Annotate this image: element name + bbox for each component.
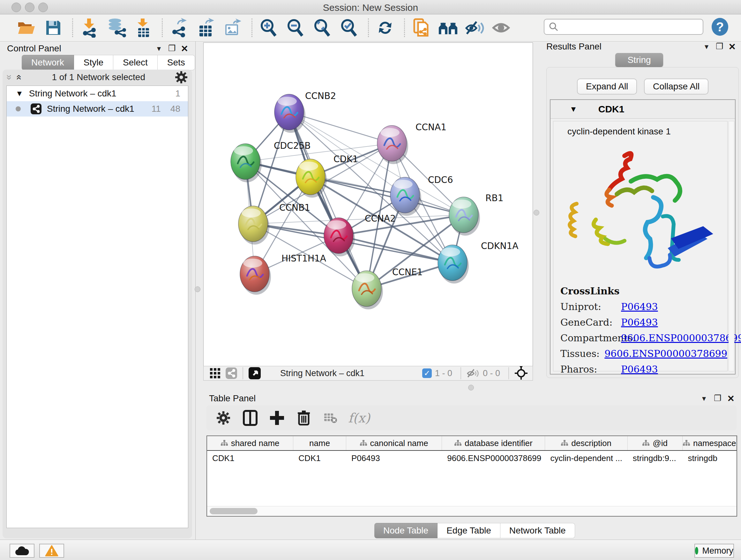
network-canvas[interactable]: CCNB2CCNA1CDC25BCDK1CDC6RB1CCNB1CCNA2CDK… [203,43,533,366]
export-image-button[interactable] [223,18,243,38]
entry-collapse-icon[interactable]: ▼ [569,105,577,114]
cloud-button[interactable] [10,544,35,558]
save-session-button[interactable] [44,18,63,38]
create-column-button[interactable] [268,409,286,427]
tab-select[interactable]: Select [113,55,158,70]
search-input[interactable] [558,22,694,32]
table-cell[interactable]: CDK1 [207,451,293,465]
network-node-ccnb2[interactable] [274,94,306,133]
import-table-button[interactable] [133,18,153,38]
right-splitter-handle[interactable] [534,210,539,215]
results-panel-close-icon[interactable]: ✕ [729,42,736,52]
column-header-canonical-name[interactable]: canonical name [346,436,442,450]
import-network-database-button[interactable] [106,18,126,38]
birdseye-view-icon[interactable] [248,367,261,380]
tab-edge-table[interactable]: Edge Table [437,523,500,538]
collapse-all-networks-icon[interactable]: « [14,75,25,80]
network-node-rb1[interactable] [449,197,480,236]
network-edge[interactable] [325,180,391,192]
import-network-file-button[interactable] [79,18,99,38]
table-row[interactable]: CDK1CDK1P064939606.ENSP00000378699cyclin… [207,451,737,465]
network-node-ccna1[interactable] [377,125,408,164]
zoom-selected-button[interactable] [339,18,359,38]
tab-network[interactable]: Network [22,55,74,70]
tab-node-table[interactable]: Node Table [374,523,437,538]
tab-string[interactable]: String [615,53,663,67]
delete-column-button[interactable] [294,409,313,427]
network-node-ccne1[interactable] [352,271,383,309]
node-entry-header[interactable]: ▼ CDK1 [550,100,735,119]
table-settings-button[interactable] [214,409,232,427]
table-cell[interactable]: CDK1 [293,451,346,465]
open-session-button[interactable] [17,18,37,38]
control-panel-maximize-icon[interactable]: ❐ [168,44,176,53]
network-node-cdk1[interactable] [296,159,327,198]
expand-all-button[interactable]: Expand All [577,78,637,95]
table-panel-float-icon[interactable]: ▾ [702,394,706,403]
network-tree-child-row[interactable]: String Network – cdk1 11 48 [7,101,188,117]
network-node-ccnb1[interactable] [239,206,269,245]
table-panel-close-icon[interactable]: ✕ [727,393,735,404]
crosslink-value-link[interactable]: 9606.ENSP00000378699 [604,348,727,359]
crosslink-value-link[interactable]: P06493 [621,364,658,375]
table-cell[interactable]: stringdb [683,451,737,465]
warnings-button[interactable] [39,544,64,558]
help-button[interactable]: ? [712,18,728,36]
search-box[interactable] [544,19,703,35]
memory-button[interactable]: Memory [694,544,734,558]
tab-network-table[interactable]: Network Table [500,523,575,538]
control-panel-close-icon[interactable]: ✕ [181,44,188,54]
delete-table-button[interactable] [321,409,340,427]
network-edge[interactable] [302,119,451,207]
selected-nodes-checkbox-icon[interactable]: ✓ [422,368,432,378]
refresh-button[interactable] [375,18,395,38]
column-header-shared-name[interactable]: shared name [207,436,293,450]
function-builder-button[interactable]: f(x) [348,409,370,427]
zoom-in-button[interactable] [259,18,279,38]
network-options-gear-icon[interactable] [175,71,188,84]
collapse-all-button[interactable]: Collapse All [644,78,709,95]
crosslink-value-link[interactable]: 9606.ENSP00000378699 [621,332,741,344]
network-edge[interactable] [353,239,439,260]
column-header-name[interactable]: name [293,436,346,450]
network-node-cdkn1a[interactable] [438,245,469,284]
table-hscrollbar[interactable] [207,506,737,516]
column-header--id[interactable]: @id [628,436,683,450]
results-panel-float-icon[interactable]: ▾ [704,42,709,51]
column-header-namespace[interactable]: namespace [683,436,737,450]
left-splitter-handle[interactable] [195,287,200,292]
table-hscrollbar-thumb[interactable] [210,508,258,514]
expand-all-networks-icon[interactable]: » [4,75,15,80]
network-view-icon[interactable] [225,367,238,379]
crosslink-value-link[interactable]: P06493 [621,317,658,328]
network-node-ccna2[interactable] [324,218,355,256]
table-cell[interactable]: 9606.ENSP00000378699 [442,451,545,465]
first-neighbors-button[interactable] [438,18,458,38]
table-cell[interactable]: P06493 [346,451,442,465]
column-header-database-identifier[interactable]: database identifier [442,436,545,450]
show-all-button[interactable] [492,18,512,38]
tree-collapse-icon[interactable]: ▼ [16,89,23,98]
network-edge[interactable] [413,207,444,251]
tab-sets[interactable]: Sets [158,55,195,70]
network-edge[interactable] [260,165,296,174]
crosslink-value-link[interactable]: P06493 [621,301,658,312]
hide-selected-button[interactable] [465,18,485,38]
column-header-description[interactable]: description [545,436,627,450]
zoom-out-button[interactable] [286,18,306,38]
tab-style[interactable]: Style [74,55,113,70]
network-edge[interactable] [258,126,285,210]
network-node-cdc25b[interactable] [231,144,262,182]
results-scrollbar[interactable] [729,121,734,371]
network-graph[interactable]: CCNB2CCNA1CDC25BCDK1CDC6RB1CCNB1CCNA2CDK… [204,43,533,366]
table-cell[interactable]: stringdb:9... [628,451,683,465]
zoom-fit-button[interactable] [313,18,332,38]
show-columns-button[interactable] [241,409,259,427]
table-panel-maximize-icon[interactable]: ❐ [714,393,721,403]
network-tree-root-row[interactable]: ▼ String Network – cdk1 1 [7,86,188,101]
export-network-button[interactable] [169,18,189,38]
duplicate-network-button[interactable] [411,18,431,38]
grid-view-icon[interactable] [209,368,221,379]
network-node-hist1h1a[interactable] [240,256,271,295]
hidden-items-eye-icon[interactable] [466,368,480,379]
